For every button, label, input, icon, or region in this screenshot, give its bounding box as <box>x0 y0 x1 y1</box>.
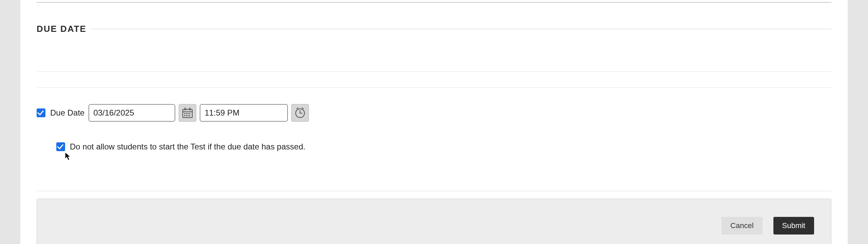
svg-rect-12 <box>188 115 189 116</box>
due-date-row: Due Date <box>37 104 831 122</box>
mouse-cursor-icon <box>64 151 72 161</box>
block-after-due-row: Do not allow students to start the Test … <box>56 142 831 151</box>
svg-point-2 <box>184 108 186 109</box>
time-picker-button[interactable] <box>291 104 309 122</box>
divider-1 <box>37 72 831 72</box>
calendar-picker-button[interactable] <box>179 104 196 122</box>
content-area: DUE DATE Due Date <box>26 2 842 244</box>
svg-rect-8 <box>188 113 189 114</box>
divider-2 <box>37 87 831 88</box>
svg-rect-10 <box>184 115 185 116</box>
calendar-icon <box>182 107 193 119</box>
svg-rect-11 <box>186 115 187 116</box>
block-after-due-label: Do not allow students to start the Test … <box>70 142 305 151</box>
svg-rect-7 <box>186 113 187 114</box>
cancel-button[interactable]: Cancel <box>722 217 762 235</box>
due-date-enable-checkbox[interactable] <box>37 108 45 117</box>
block-after-due-checkbox[interactable] <box>56 142 65 151</box>
svg-rect-9 <box>189 113 190 114</box>
clock-icon <box>294 107 306 119</box>
section-heading-rule <box>91 29 831 29</box>
due-date-input[interactable] <box>88 104 175 122</box>
top-divider <box>37 2 831 3</box>
section-heading: DUE DATE <box>37 24 86 34</box>
page-container: DUE DATE Due Date <box>20 0 848 244</box>
section-heading-row: DUE DATE <box>37 24 831 34</box>
due-date-label: Due Date <box>50 108 84 118</box>
svg-point-3 <box>189 108 191 109</box>
divider-bottom <box>37 191 831 191</box>
submit-button[interactable]: Submit <box>773 217 814 235</box>
svg-rect-13 <box>189 115 190 116</box>
svg-rect-6 <box>184 113 185 114</box>
due-time-input[interactable] <box>200 104 288 122</box>
footer-bar: Cancel Submit <box>37 199 831 244</box>
